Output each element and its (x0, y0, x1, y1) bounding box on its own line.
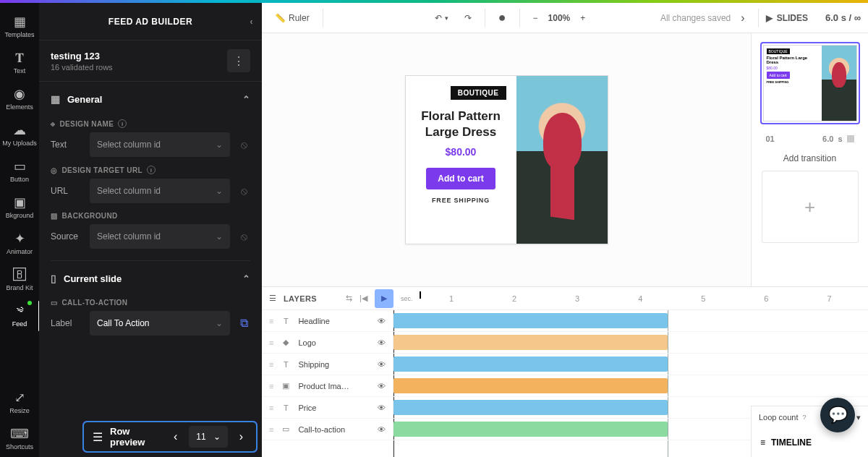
layer-row[interactable]: ≡▣Product Ima…👁 (262, 375, 393, 397)
undo-button[interactable]: ↶▾ (429, 9, 454, 27)
sec-label: sec. (401, 295, 413, 302)
chevron-up-icon: ⌃ (242, 273, 250, 284)
zoom-in-button[interactable]: + (574, 9, 591, 27)
redo-button[interactable]: ↷ (459, 9, 477, 27)
canvas[interactable]: BOUTIQUE Floral Pattern Large Dress $80.… (262, 33, 751, 286)
clip-bar[interactable] (393, 335, 668, 350)
feed-status-dot (27, 301, 32, 305)
info-icon[interactable]: i (118, 119, 127, 128)
drag-handle-icon[interactable]: ≡ (269, 425, 273, 434)
layer-row[interactable]: ≡▭Call-to-action👁 (262, 419, 393, 440)
rail-elements[interactable]: ◉Elements (0, 81, 39, 117)
rail-feed[interactable]: ༄Feed (0, 298, 39, 334)
layer-type-icon: T (281, 403, 291, 412)
tl-tool-1[interactable]: ⇆ (346, 294, 352, 303)
chat-help-button[interactable]: 💬 (820, 398, 855, 432)
play-button[interactable]: ● (493, 6, 512, 30)
rail-uploads[interactable]: ☁My Uploads (0, 117, 39, 153)
layer-type-icon: ◆ (281, 338, 291, 347)
timeline-toggle-button[interactable]: ≡ TIMELINE (752, 428, 868, 457)
layer-type-icon: ▭ (281, 424, 291, 434)
row-number-select[interactable]: 11⌄ (189, 426, 227, 448)
project-menu-button[interactable]: ⋮ (227, 49, 250, 72)
slide-duration-value[interactable]: 6.0 (822, 134, 833, 143)
background-select[interactable]: Select column id⌄ (90, 224, 230, 249)
rail-templates-label: Templates (4, 31, 34, 38)
clip-bar[interactable] (393, 313, 668, 328)
design-name-row: Text Select column id⌄ ⦸ (51, 132, 250, 157)
tl-skip-start[interactable]: |◀ (359, 294, 367, 303)
track-row[interactable] (393, 332, 868, 354)
design-preview[interactable]: BOUTIQUE Floral Pattern Large Dress $80.… (405, 75, 608, 244)
drag-handle-icon[interactable]: ≡ (269, 360, 273, 369)
info-icon[interactable]: i (147, 166, 156, 174)
add-slide-button[interactable]: + (762, 171, 859, 243)
clip-bar[interactable] (393, 400, 668, 415)
background-row: Source Select column id⌄ ⦸ (51, 224, 250, 249)
background-prefix: Source (51, 231, 82, 242)
cta-select[interactable]: Call To Action⌄ (90, 311, 230, 336)
rail-resize[interactable]: ⤢Resize (0, 385, 39, 421)
visibility-icon[interactable]: 👁 (378, 403, 386, 412)
collapse-sidebar-icon[interactable]: ‹ (250, 17, 254, 27)
tick-mark: 5 (672, 294, 735, 303)
playhead-marker-icon[interactable] (420, 291, 421, 299)
track-row[interactable] (393, 310, 868, 332)
section-current-slide-header[interactable]: ▯ Current slide ⌃ (51, 261, 250, 290)
slides-toggle[interactable]: ▶SLIDES (766, 13, 808, 23)
rail-templates[interactable]: ▦Templates (0, 9, 39, 45)
row-next-button[interactable]: › (235, 427, 247, 446)
rail-brandkit[interactable]: 🄱Brand Kit (0, 262, 39, 298)
clip-bar[interactable] (393, 356, 668, 372)
layer-row[interactable]: ≡THeadline👁 (262, 310, 393, 332)
design-cta: Add to cart (426, 168, 495, 189)
visibility-toggle[interactable]: ⦸ (237, 139, 250, 151)
tl-play-button[interactable]: ▶ (375, 289, 393, 308)
design-name-select[interactable]: Select column id⌄ (90, 132, 230, 157)
rail-text[interactable]: 𝐓Text (0, 45, 39, 81)
drag-handle-icon[interactable]: ≡ (269, 382, 273, 390)
visibility-icon[interactable]: 👁 (378, 317, 386, 325)
layer-row[interactable]: ≡◆Logo👁 (262, 332, 393, 354)
track-row[interactable] (393, 375, 868, 397)
design-name-prefix: Text (51, 140, 82, 150)
project-name: testing 123 (51, 51, 227, 61)
clip-bar[interactable] (393, 422, 668, 437)
visibility-icon[interactable]: 👁 (378, 425, 386, 434)
zoom-level[interactable]: 100% (548, 13, 571, 23)
visibility-icon[interactable]: 👁 (378, 382, 386, 390)
visibility-toggle[interactable]: ⦸ (237, 185, 250, 197)
add-transition-button[interactable]: Add transition (783, 153, 836, 163)
help-icon[interactable]: ? (802, 414, 806, 421)
section-general-header[interactable]: ▦ General ⌃ (51, 82, 250, 111)
timeline-toolbar: ☰ LAYERS ⇆ |◀ ▶ sec. 1234567 (262, 287, 868, 310)
track-row[interactable] (393, 354, 868, 375)
rail-animator[interactable]: ✦Animator (0, 226, 39, 262)
zoom-out-button[interactable]: − (527, 9, 544, 27)
rail-brandkit-label: Brand Kit (6, 284, 33, 291)
rail-bkground[interactable]: ▣Bkground (0, 189, 39, 226)
drag-handle-icon[interactable]: ≡ (269, 403, 273, 412)
visibility-toggle[interactable]: ⦸ (237, 231, 250, 243)
layer-row[interactable]: ≡TShipping👁 (262, 354, 393, 375)
next-arrow-button[interactable]: › (735, 7, 750, 29)
rail-shortcuts[interactable]: ⌨Shortcuts (0, 421, 39, 457)
rail-button[interactable]: ▭Button (0, 153, 39, 189)
slide-color-swatch[interactable] (847, 135, 854, 142)
sidebar-scroll[interactable]: ▦ General ⌃ ⎆ DESIGN NAME i Text Select … (39, 82, 262, 457)
clip-bar[interactable] (393, 378, 668, 393)
timeline-ruler[interactable]: 1234567 (420, 294, 861, 303)
drag-handle-icon[interactable]: ≡ (269, 317, 273, 325)
visibility-icon[interactable]: 👁 (378, 360, 386, 369)
link-icon[interactable]: ⧉ (237, 317, 250, 330)
slide-meta: 01 6.0 s (762, 132, 859, 146)
layer-row[interactable]: ≡TPrice👁 (262, 397, 393, 419)
cta-prefix: Label (51, 318, 82, 328)
drag-handle-icon[interactable]: ≡ (269, 338, 273, 347)
slide-icon: ▯ (51, 273, 56, 284)
row-prev-button[interactable]: ‹ (169, 427, 182, 446)
visibility-icon[interactable]: 👁 (378, 338, 386, 347)
slide-thumb-active[interactable]: BOUTIQUE Floral Pattern Large Dress $80.… (760, 42, 860, 124)
design-url-select[interactable]: Select column id⌄ (90, 179, 230, 203)
ruler-toggle[interactable]: 📏Ruler (269, 9, 315, 27)
